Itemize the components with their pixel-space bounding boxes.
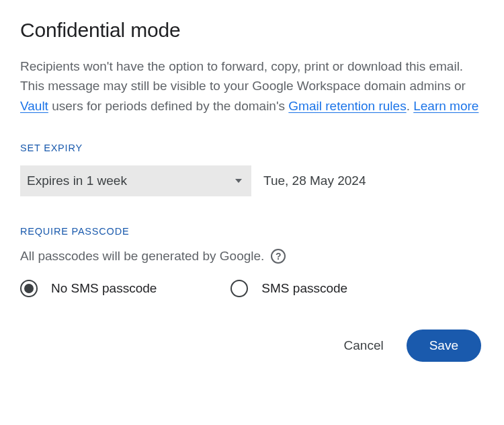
radio-dot-icon <box>24 284 34 293</box>
set-expiry-label: SET EXPIRY <box>20 143 484 153</box>
passcode-subtext: All passcodes will be generated by Googl… <box>20 249 264 264</box>
passcode-radio-group: No SMS passcode SMS passcode <box>20 280 484 297</box>
expiry-row: Expires in 1 week Tue, 28 May 2024 <box>20 165 484 196</box>
save-button[interactable]: Save <box>407 330 481 362</box>
description-part2: users for periods defined by the domain'… <box>48 99 288 113</box>
radio-sms-passcode[interactable]: SMS passcode <box>230 280 347 297</box>
radio-icon-selected <box>20 280 38 297</box>
retention-rules-link[interactable]: Gmail retention rules <box>288 99 406 113</box>
help-icon[interactable]: ? <box>271 249 286 264</box>
description-text: Recipients won't have the option to forw… <box>20 56 484 116</box>
description-part3: . <box>407 99 414 113</box>
require-passcode-label: REQUIRE PASSCODE <box>20 226 484 237</box>
expiry-date-display: Tue, 28 May 2024 <box>263 173 366 188</box>
radio-no-sms-label: No SMS passcode <box>51 281 157 296</box>
expiry-dropdown-selected: Expires in 1 week <box>27 173 127 188</box>
learn-more-link[interactable]: Learn more <box>413 99 478 113</box>
chevron-down-icon <box>235 179 242 183</box>
passcode-subtext-row: All passcodes will be generated by Googl… <box>20 249 484 264</box>
vault-link[interactable]: Vault <box>20 99 48 113</box>
expiry-dropdown[interactable]: Expires in 1 week <box>20 165 251 196</box>
radio-icon-unselected <box>230 280 248 297</box>
dialog-button-row: Cancel Save <box>20 330 484 362</box>
dialog-title: Confidential mode <box>20 19 484 42</box>
radio-sms-label: SMS passcode <box>261 281 347 296</box>
description-part1: Recipients won't have the option to forw… <box>20 59 466 93</box>
radio-no-sms-passcode[interactable]: No SMS passcode <box>20 280 157 297</box>
cancel-button[interactable]: Cancel <box>339 332 389 360</box>
